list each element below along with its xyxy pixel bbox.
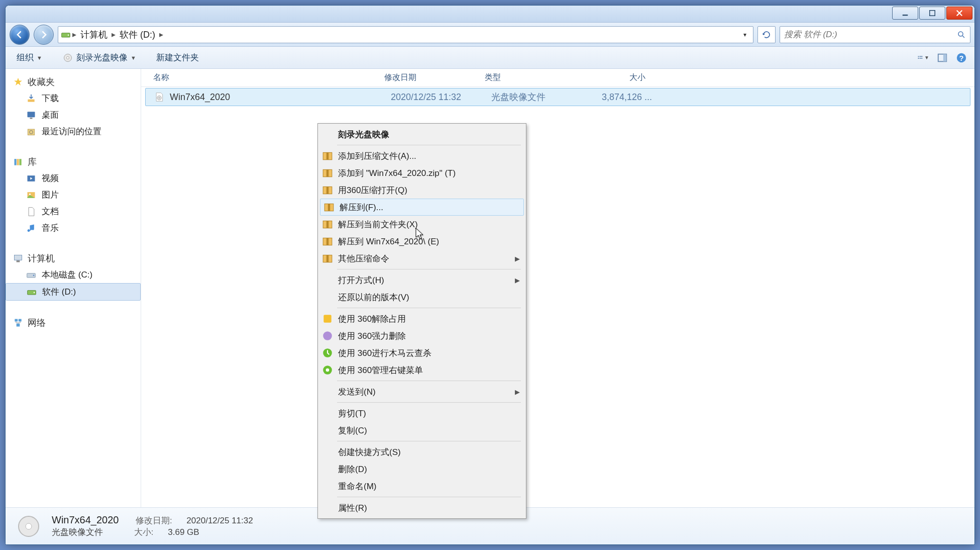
- ctx-properties[interactable]: 属性(R): [319, 499, 525, 516]
- svg-point-57: [326, 369, 330, 372]
- sidebar-drive-c[interactable]: 本地磁盘 (C:): [6, 266, 141, 283]
- document-icon: [26, 206, 37, 217]
- sidebar-music[interactable]: 音乐: [6, 220, 141, 236]
- svg-point-29: [33, 274, 35, 276]
- status-filename: Win7x64_2020: [52, 514, 119, 526]
- downloads-icon: [26, 93, 37, 104]
- svg-rect-33: [19, 319, 22, 322]
- drive-icon: [26, 269, 37, 281]
- forward-button[interactable]: [34, 25, 54, 45]
- svg-point-31: [34, 292, 35, 293]
- svg-rect-17: [30, 118, 33, 119]
- ctx-burn[interactable]: 刻录光盘映像: [319, 126, 525, 143]
- col-date[interactable]: 修改日期: [384, 72, 485, 83]
- ctx-add-zip[interactable]: 添加到 "Win7x64_2020.zip" (T): [319, 164, 525, 181]
- drive-icon: [60, 29, 71, 40]
- titlebar: [6, 6, 974, 23]
- svg-rect-0: [903, 15, 908, 16]
- sidebar-videos[interactable]: 视频: [6, 170, 141, 187]
- favorites-header[interactable]: 收藏夹: [6, 74, 141, 90]
- ctx-other-compress[interactable]: 其他压缩命令▶: [319, 250, 525, 267]
- svg-point-3: [68, 34, 69, 36]
- breadcrumb-drive[interactable]: 软件 (D:): [117, 29, 158, 41]
- svg-rect-44: [326, 187, 329, 194]
- new-folder-button[interactable]: 新建文件夹: [152, 50, 203, 65]
- svg-rect-27: [17, 260, 20, 262]
- sidebar-documents[interactable]: 文档: [6, 203, 141, 220]
- file-date: 2020/12/25 11:32: [391, 92, 491, 103]
- preview-pane-button[interactable]: [936, 52, 948, 64]
- ctx-send-to[interactable]: 发送到(N)▶: [319, 383, 525, 400]
- svg-rect-50: [326, 238, 329, 245]
- computer-header[interactable]: 计算机: [6, 250, 141, 266]
- search-input[interactable]: [784, 30, 957, 40]
- address-dropdown[interactable]: ▾: [739, 31, 751, 38]
- organize-button[interactable]: 组织▼: [13, 50, 46, 65]
- file-name: Win7x64_2020: [170, 92, 391, 103]
- sidebar: 收藏夹 下载 桌面 最近访问的位置 库 视频 图片 文档 音乐 计算机 本地磁盘…: [6, 69, 141, 507]
- ctx-open-360zip[interactable]: 用360压缩打开(Q): [319, 181, 525, 199]
- sidebar-drive-d[interactable]: 软件 (D:): [6, 283, 141, 301]
- address-bar[interactable]: ▸ 计算机 ▸ 软件 (D:) ▸ ▾: [58, 26, 753, 43]
- ctx-360-unlock[interactable]: 使用 360解除占用: [319, 310, 525, 327]
- refresh-button[interactable]: [757, 26, 776, 43]
- search-box[interactable]: [780, 26, 970, 43]
- svg-point-6: [66, 56, 69, 59]
- ctx-create-shortcut[interactable]: 创建快捷方式(S): [319, 443, 525, 461]
- column-headers[interactable]: 名称 修改日期 类型 大小: [141, 69, 974, 87]
- col-type[interactable]: 类型: [485, 72, 585, 83]
- svg-rect-7: [918, 56, 919, 57]
- star-icon: [13, 76, 24, 87]
- sidebar-recent[interactable]: 最近访问的位置: [6, 123, 141, 140]
- close-button[interactable]: [946, 7, 972, 20]
- submenu-arrow-icon: ▶: [515, 255, 520, 262]
- svg-rect-22: [20, 159, 22, 165]
- burn-image-button[interactable]: 刻录光盘映像▼: [58, 50, 140, 65]
- ctx-add-archive[interactable]: 添加到压缩文件(A)...: [319, 147, 525, 164]
- ctx-rename[interactable]: 重命名(M): [319, 478, 525, 495]
- svg-point-4: [958, 32, 963, 36]
- sidebar-desktop[interactable]: 桌面: [6, 107, 141, 123]
- svg-rect-48: [326, 221, 329, 228]
- svg-point-54: [323, 331, 332, 340]
- svg-rect-52: [326, 255, 329, 262]
- 360-icon: [322, 364, 333, 376]
- ctx-open-with[interactable]: 打开方式(H)▶: [319, 271, 525, 289]
- svg-rect-15: [28, 99, 34, 102]
- breadcrumb-computer[interactable]: 计算机: [77, 29, 111, 41]
- iso-icon: [15, 512, 43, 540]
- libraries-header[interactable]: 库: [6, 154, 141, 170]
- breadcrumb-sep: ▸: [158, 30, 164, 39]
- ctx-360-scan[interactable]: 使用 360进行木马云查杀: [319, 344, 525, 361]
- svg-rect-42: [326, 169, 329, 176]
- ctx-delete[interactable]: 删除(D): [319, 461, 525, 478]
- mouse-cursor: [415, 227, 425, 240]
- view-button[interactable]: ▼: [917, 52, 929, 64]
- col-size[interactable]: 大小: [585, 72, 656, 83]
- svg-rect-10: [920, 58, 923, 59]
- svg-point-38: [26, 523, 32, 529]
- network-header[interactable]: 网络: [6, 315, 141, 331]
- minimize-button[interactable]: [892, 7, 918, 20]
- col-name[interactable]: 名称: [153, 72, 384, 83]
- ctx-extract-to[interactable]: 解压到(F)...: [320, 199, 524, 216]
- ctx-restore-previous[interactable]: 还原以前的版本(V): [319, 289, 525, 306]
- ctx-360-menu[interactable]: 使用 360管理右键菜单: [319, 361, 525, 379]
- svg-point-36: [159, 97, 160, 99]
- svg-rect-40: [326, 152, 329, 159]
- submenu-arrow-icon: ▶: [515, 388, 520, 396]
- ctx-cut[interactable]: 剪切(T): [319, 405, 525, 422]
- ctx-copy[interactable]: 复制(C): [319, 422, 525, 439]
- sidebar-downloads[interactable]: 下载: [6, 90, 141, 107]
- archive-icon: [322, 185, 333, 196]
- file-type: 光盘映像文件: [491, 91, 592, 103]
- help-button[interactable]: ?: [955, 52, 967, 64]
- 360-icon: [322, 330, 333, 341]
- maximize-button[interactable]: [919, 7, 945, 20]
- back-button[interactable]: [10, 25, 30, 45]
- ctx-360-delete[interactable]: 使用 360强力删除: [319, 327, 525, 344]
- sidebar-pictures[interactable]: 图片: [6, 187, 141, 203]
- svg-rect-1: [930, 11, 935, 16]
- archive-icon: [322, 219, 333, 230]
- file-row[interactable]: Win7x64_2020 2020/12/25 11:32 光盘映像文件 3,8…: [145, 88, 970, 106]
